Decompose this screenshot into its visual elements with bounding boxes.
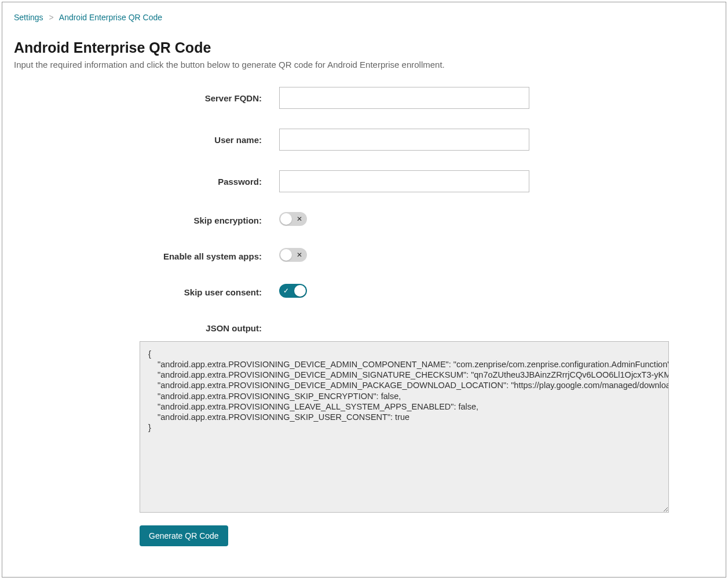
- json-output-label: JSON output:: [14, 323, 279, 333]
- skip-encryption-toggle[interactable]: ✕: [279, 212, 307, 226]
- page-subtitle: Input the required information and click…: [14, 60, 714, 70]
- x-icon: ✕: [297, 215, 302, 222]
- breadcrumb: Settings > Android Enterprise QR Code: [14, 13, 714, 22]
- skip-user-consent-label: Skip user consent:: [14, 287, 279, 297]
- json-output-textarea[interactable]: [140, 341, 669, 513]
- skip-user-consent-toggle[interactable]: ✓: [279, 284, 307, 298]
- user-name-input[interactable]: [279, 129, 529, 151]
- password-input[interactable]: [279, 170, 529, 192]
- server-fqdn-label: Server FQDN:: [14, 93, 279, 103]
- password-label: Password:: [14, 177, 279, 187]
- check-icon: ✓: [283, 287, 289, 294]
- generate-qr-code-button[interactable]: Generate QR Code: [140, 525, 228, 546]
- skip-encryption-label: Skip encryption:: [14, 215, 279, 225]
- toggle-knob: [294, 285, 306, 297]
- breadcrumb-separator: >: [49, 13, 53, 22]
- page-title: Android Enterprise QR Code: [14, 39, 714, 56]
- x-icon: ✕: [297, 251, 302, 258]
- breadcrumb-current: Android Enterprise QR Code: [59, 13, 162, 22]
- enable-all-system-apps-toggle[interactable]: ✕: [279, 248, 307, 262]
- toggle-knob: [280, 213, 292, 225]
- user-name-label: User name:: [14, 135, 279, 145]
- breadcrumb-settings-link[interactable]: Settings: [14, 13, 43, 22]
- server-fqdn-input[interactable]: [279, 87, 529, 109]
- toggle-knob: [280, 249, 292, 261]
- enable-all-system-apps-label: Enable all system apps:: [14, 251, 279, 261]
